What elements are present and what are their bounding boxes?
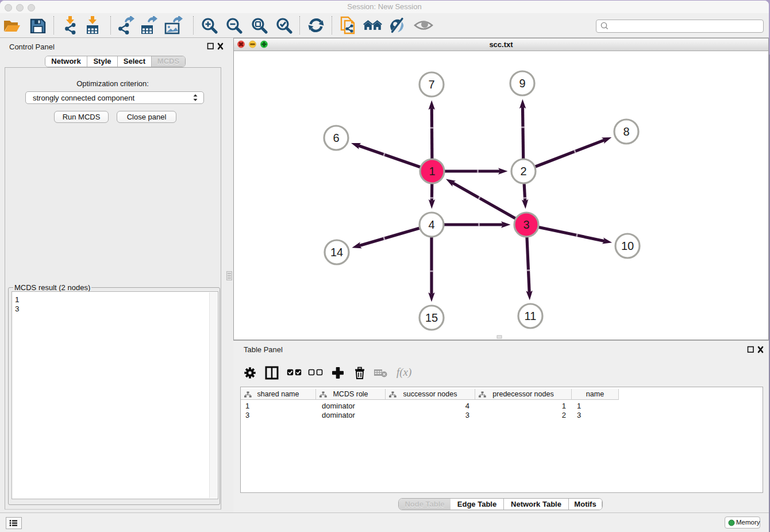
svg-text:10: 10 (621, 240, 634, 252)
svg-text:1: 1 (429, 165, 435, 178)
svg-text:8: 8 (623, 125, 629, 138)
svg-text:14: 14 (330, 246, 343, 259)
svg-text:6: 6 (333, 132, 339, 144)
svg-text:3: 3 (523, 218, 529, 231)
svg-text:15: 15 (425, 311, 438, 324)
svg-text:11: 11 (525, 310, 537, 322)
svg-text:9: 9 (519, 77, 525, 90)
svg-text:4: 4 (428, 218, 434, 231)
svg-text:7: 7 (428, 78, 434, 91)
svg-text:2: 2 (520, 165, 526, 178)
